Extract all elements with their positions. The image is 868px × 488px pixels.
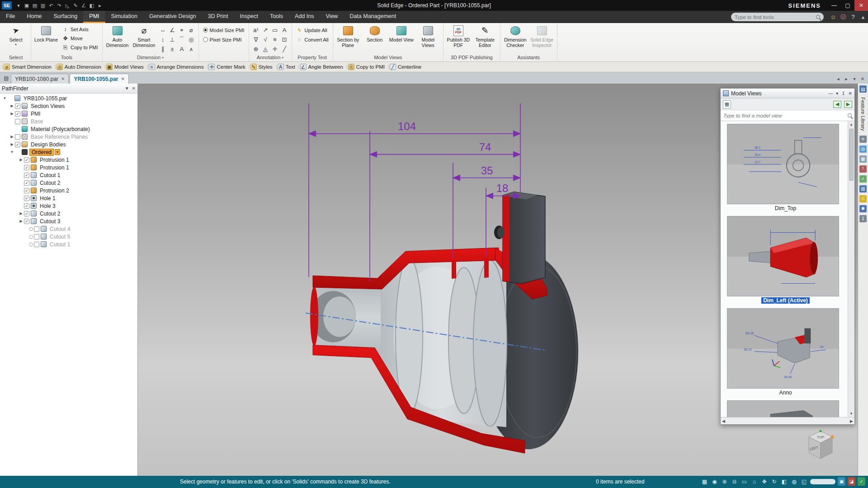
edge-condition-icon[interactable]: ≡ [270,35,280,44]
tab-surfacing[interactable]: Surfacing [48,11,84,23]
family-icon[interactable]: ▦ [859,155,867,163]
tree-item-cutout-1[interactable]: ✓Cutout 1 [0,171,137,179]
tolerance-icon[interactable]: ± [168,44,177,54]
view-cube[interactable]: TOP LEFT [803,426,838,462]
quick-access-more-icon[interactable]: ▸ [96,1,104,9]
tab-view[interactable]: View [320,11,344,23]
visibility-checkbox-icon[interactable]: ✓ [15,134,20,140]
tab-close-icon[interactable]: ✕ [61,76,65,81]
centerline-icon[interactable]: ╱ [280,44,289,54]
happy-feedback-icon[interactable]: ☺ [828,14,838,20]
model-views-list[interactable]: 38.125.412.7 Dim_Top [721,121,854,417]
app-logo[interactable]: SE [2,1,12,9]
perpendicular-dimension-icon[interactable]: ⊥ [168,35,177,44]
feature-control-frame-icon[interactable]: ⊕ [251,44,261,54]
smart-dimension-button[interactable]: ⌀ Smart Dimension [132,24,157,48]
find-tools-search[interactable] [731,13,824,21]
model-view-search[interactable] [721,110,854,121]
expand-arrow-icon[interactable]: ▼ [9,150,15,154]
text-box-icon[interactable]: A [280,25,289,35]
visibility-checkbox-icon[interactable]: ✓ [34,234,39,239]
section-by-plane-button[interactable]: Section by Plane [335,24,361,48]
tree-item-material[interactable]: Material (Polycarbonate) [0,125,137,133]
document-icon[interactable]: ▥ [859,185,867,192]
visibility-checkbox-icon[interactable]: ✓ [24,157,29,163]
measure-icon[interactable]: ∠ [80,1,88,9]
feature-library-tab[interactable]: Feature Library [860,95,866,133]
pixel-size-pmi-radio[interactable]: Pixel Size PMI [201,35,244,44]
center-mark-icon[interactable]: ✛ [270,44,280,54]
dimension-checker-button[interactable]: Dimension Checker [503,24,528,48]
visibility-checkbox-icon[interactable]: ✓ [24,165,29,170]
previous-view-icon[interactable]: ◀ [833,101,841,108]
convert-all-button[interactable]: ◌ Convert All [294,35,330,44]
tab-inspect[interactable]: Inspect [234,11,264,23]
close-button[interactable]: ✕ [854,0,868,11]
leader-icon[interactable]: ↗ [261,25,270,35]
panel-pin-icon[interactable]: ↧ [841,91,845,96]
tree-item-cutout-5[interactable]: ◯✓Cutout 5 [0,233,137,240]
visibility-checkbox-icon[interactable]: ✓ [15,111,20,117]
tree-item-pmi[interactable]: ▶✓PMI [0,110,137,117]
tree-item-root[interactable]: ▼YRB100-1055.par [0,94,137,102]
quick-model-views[interactable]: ▣Model Views [105,62,147,72]
scroll-left-icon[interactable]: ◀ [722,419,725,423]
fit-icon[interactable]: ⌂ [750,477,758,486]
visibility-checkbox-icon[interactable]: ✓ [24,203,29,209]
section-toggle-icon[interactable]: ◪ [848,477,855,486]
expand-arrow-icon[interactable]: ▶ [9,112,15,116]
view-style-icon[interactable]: ▣ [838,477,845,486]
undo-icon[interactable]: ↶ [47,1,55,9]
model-views-header[interactable]: Model Views — ▾ ↧ ✕ [721,89,854,99]
tree-item-ordered[interactable]: ▼Ordered▾ [0,148,60,156]
angle-between-icon[interactable]: ∠ [168,25,177,35]
expand-arrow-icon[interactable]: ▶ [9,104,15,108]
highlight-icon[interactable]: ◉ [711,477,718,486]
graphics-viewport[interactable]: 104 74 35 18 Model Views — ▾ ↧ ✕ [138,84,858,476]
select-filter-icon[interactable]: ▦ [701,477,708,486]
section-button[interactable]: Section [362,24,387,43]
model-view-item-partial[interactable] [727,400,844,417]
style-icon[interactable]: ◧ [88,1,96,9]
model-views-button[interactable]: Model Views [415,24,441,48]
model-view-item-anno[interactable]: R6.3538.101825.40 Anno [727,308,844,398]
quick-text[interactable]: AText [277,62,298,72]
model-view-search-input[interactable] [723,113,845,118]
tab-close-all-icon[interactable]: ✕ [859,75,866,82]
quick-arrange-dimensions[interactable]: ≡Arrange Dimensions [148,62,207,72]
quick-angle-between[interactable]: ∠Angle Between [299,62,346,72]
maximize-button[interactable]: ▢ [841,0,854,11]
auto-dimension-button[interactable]: Auto Dimension [105,24,130,48]
visibility-checkbox-icon[interactable]: ✓ [15,103,20,109]
scroll-right-icon[interactable]: ▶ [850,419,853,423]
visibility-checkbox-icon[interactable]: ✓ [24,188,29,193]
zoom-area-icon[interactable]: ▭ [741,477,748,486]
model-view-button[interactable]: Model View [389,24,414,43]
panel-menu-icon[interactable]: ▾ [836,91,838,96]
tab-tools[interactable]: Tools [264,11,289,23]
visibility-checkbox-icon[interactable]: ✓ [24,196,29,201]
tree-item-cutout-1c[interactable]: ◯✓Cutout 1 [0,240,137,248]
model-view-label-active[interactable]: Dim_Left (Active) [761,297,810,304]
pan-icon[interactable]: ✥ [760,477,768,486]
display-options-icon[interactable]: ✓ [858,477,865,486]
model-view-label[interactable]: Anno [779,389,792,396]
tree-item-hole-3[interactable]: ✓Hole 3 [0,202,137,210]
tree-item-cutout-2[interactable]: ✓Cutout 2 [0,179,137,187]
scroll-down-icon[interactable]: ▼ [848,410,854,417]
selected-item-menu-icon[interactable]: ▾ [55,149,60,155]
expand-arrow-icon[interactable]: ▶ [9,142,15,146]
quick-center-mark[interactable]: ✛Center Mark [208,62,248,72]
select-button[interactable]: ➤ Select ▼ [3,24,28,47]
partial-thumbnail[interactable] [727,400,839,417]
arc-dimension-icon[interactable]: ⌒ [177,35,187,44]
tree-item-base-reference-planes[interactable]: ▶✓Base Reference Planes [0,133,137,141]
template-editor-button[interactable]: ✎ Template Editor [472,24,498,48]
tree-item-hole-1[interactable]: ✓Hole 1 [0,194,137,202]
parallel-dimension-icon[interactable]: ∥ [158,44,168,54]
library-dock-icon[interactable]: ▤ [859,85,867,93]
document-tab-yrb100-1055[interactable]: YRB100-1055.par ✕ [70,74,128,84]
dim-top-thumbnail[interactable]: 38.125.412.7 [727,124,839,204]
visibility-checkbox-icon[interactable]: ✓ [15,119,20,124]
zoom-slider[interactable] [810,479,835,484]
